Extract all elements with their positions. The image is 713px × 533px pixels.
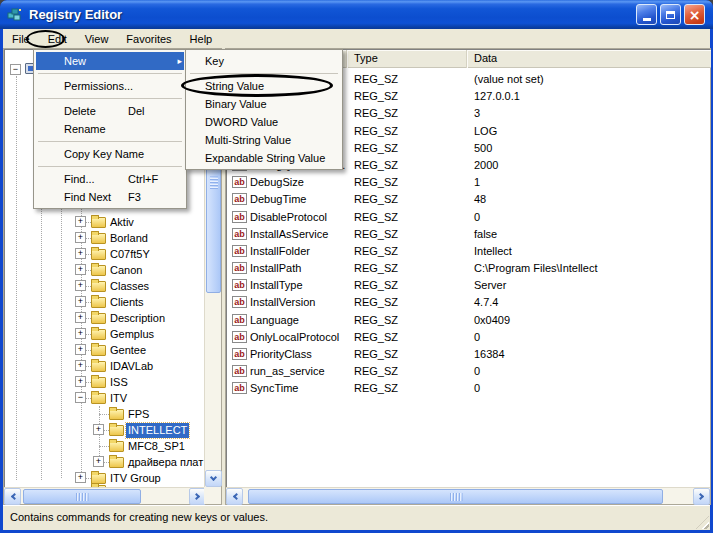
- tree-expand-plus-box[interactable]: +: [75, 248, 86, 259]
- list-horizontal-scrollbar[interactable]: [226, 487, 710, 504]
- value-data: LOG: [474, 125, 497, 137]
- tree-item-c07ft5y[interactable]: +C07ft5Y: [5, 246, 205, 262]
- menu-item-dword-value[interactable]: DWORD Value: [188, 113, 340, 131]
- minimize-button[interactable]: [636, 4, 657, 25]
- menu-item-expandable-string-value[interactable]: Expandable String Value: [188, 149, 340, 167]
- tree-key-label[interactable]: MFC8_SP1: [126, 439, 187, 454]
- tree-item-gemplus[interactable]: +Gemplus: [5, 326, 205, 342]
- tree-expand-plus-box[interactable]: +: [75, 376, 86, 387]
- tree-key-label[interactable]: ISS: [108, 375, 130, 390]
- value-row-installfolder[interactable]: abInstallFolderREG_SZIntellect: [227, 243, 711, 260]
- menu-item-find-next[interactable]: Find NextF3: [36, 188, 184, 206]
- tree-item-fps[interactable]: FPS: [5, 406, 205, 422]
- menu-item-label: Key: [205, 55, 332, 67]
- menu-item-key[interactable]: Key: [188, 52, 340, 70]
- value-row-priorityclass[interactable]: abPriorityClassREG_SZ16384: [227, 346, 711, 363]
- value-data: 0x0409: [474, 314, 510, 326]
- value-row-onlylocalprotocol[interactable]: abOnlyLocalProtocolREG_SZ0: [227, 329, 711, 346]
- tree-horizontal-scrollbar[interactable]: [4, 487, 206, 504]
- tree-item-classes[interactable]: +Classes: [5, 278, 205, 294]
- menu-item-label: Binary Value: [205, 98, 332, 110]
- menu-item-new[interactable]: New▸: [36, 52, 184, 70]
- status-text: Contains commands for creating new keys …: [10, 511, 268, 523]
- tree-expand-minus-box[interactable]: −: [75, 392, 86, 403]
- menu-help[interactable]: Help: [181, 31, 222, 47]
- tree-item-aktiv[interactable]: +Aktiv: [5, 214, 205, 230]
- value-row-language[interactable]: abLanguageREG_SZ0x0409: [227, 312, 711, 329]
- folder-icon: [91, 233, 106, 244]
- tree-expand-plus-box[interactable]: +: [75, 344, 86, 355]
- maximize-button[interactable]: [660, 4, 681, 25]
- value-row-installtype[interactable]: abInstallTypeREG_SZServer: [227, 277, 711, 294]
- tree-expand-plus-box[interactable]: +: [93, 424, 104, 435]
- list-hscroll-thumb[interactable]: [248, 489, 663, 504]
- menu-item-delete[interactable]: DeleteDel: [36, 102, 184, 120]
- tree-key-label[interactable]: Gentee: [108, 343, 148, 358]
- tree-expand-plus-box[interactable]: +: [75, 232, 86, 243]
- tree-key-label[interactable]: C07ft5Y: [108, 247, 152, 262]
- column-header-data[interactable]: Data: [467, 50, 711, 68]
- tree-item-iss[interactable]: +ISS: [5, 374, 205, 390]
- tree-expand-plus-box[interactable]: +: [75, 280, 86, 291]
- value-row-run-as-service[interactable]: abrun_as_serviceREG_SZ0: [227, 363, 711, 380]
- tree-expand-plus-box[interactable]: +: [75, 264, 86, 275]
- folder-icon: [91, 345, 106, 356]
- menu-view[interactable]: View: [76, 31, 118, 47]
- folder-icon: [109, 457, 124, 468]
- value-row-installversion[interactable]: abInstallVersionREG_SZ4.7.4: [227, 294, 711, 311]
- value-name: InstallFolder: [250, 245, 345, 257]
- menu-item-copy-key-name[interactable]: Copy Key Name: [36, 145, 184, 163]
- tree-expand-plus-box[interactable]: +: [93, 456, 104, 467]
- tree-key-label[interactable]: ITV: [108, 391, 129, 406]
- tree-key-label[interactable]: Gemplus: [108, 327, 156, 342]
- tree-item-itv[interactable]: −ITV: [5, 390, 205, 406]
- tree-key-label[interactable]: Classes: [108, 279, 151, 294]
- value-row-synctime[interactable]: abSyncTimeREG_SZ0: [227, 380, 711, 397]
- tree-expand-plus-box[interactable]: +: [75, 216, 86, 227]
- value-type: REG_SZ: [354, 331, 398, 343]
- scroll-left-button[interactable]: [4, 488, 21, 505]
- menu-item-multi-string-value[interactable]: Multi-String Value: [188, 131, 340, 149]
- tree-expand-plus-box[interactable]: +: [75, 296, 86, 307]
- value-row-disableprotocol[interactable]: abDisableProtocolREG_SZ0: [227, 209, 711, 226]
- scroll-left-button[interactable]: [226, 488, 243, 505]
- tree-item-gentee[interactable]: +Gentee: [5, 342, 205, 358]
- tree-key-label[interactable]: драйвера плат: [126, 455, 205, 470]
- value-row-installasservice[interactable]: abInstallAsServiceREG_SZfalse: [227, 226, 711, 243]
- menu-item-permissions[interactable]: Permissions...: [36, 77, 184, 95]
- tree-item-intellect[interactable]: +INTELLECT: [5, 422, 205, 438]
- tree-key-label[interactable]: Clients: [108, 295, 146, 310]
- tree-expand-plus-box[interactable]: +: [75, 328, 86, 339]
- tree-key-label[interactable]: Description: [108, 311, 167, 326]
- menu-favorites[interactable]: Favorites: [117, 31, 180, 47]
- scroll-right-button[interactable]: [693, 488, 710, 505]
- tree-item-borland[interactable]: +Borland: [5, 230, 205, 246]
- scroll-down-button[interactable]: [205, 470, 222, 487]
- tree-item-canon[interactable]: +Canon: [5, 262, 205, 278]
- tree-key-label[interactable]: Aktiv: [108, 215, 136, 230]
- column-header-type[interactable]: Type: [347, 50, 467, 68]
- tree-item-description[interactable]: +Description: [5, 310, 205, 326]
- value-type: REG_SZ: [354, 159, 398, 171]
- tree-item-idavlab[interactable]: +IDAVLab: [5, 358, 205, 374]
- tree-key-label[interactable]: Canon: [108, 263, 144, 278]
- value-row-debugtime[interactable]: abDebugTimeREG_SZ48: [227, 191, 711, 208]
- tree-root-expand-minus[interactable]: −: [10, 64, 21, 75]
- tree-selected-key-label[interactable]: INTELLECT: [126, 423, 189, 438]
- tree-key-label[interactable]: Borland: [108, 231, 150, 246]
- tree-item-mfc8-sp1[interactable]: MFC8_SP1: [5, 438, 205, 454]
- tree-item-драйвера-плат[interactable]: +драйвера плат: [5, 454, 205, 470]
- resize-grip[interactable]: [696, 516, 709, 529]
- value-row-debugsize[interactable]: abDebugSizeREG_SZ1: [227, 174, 711, 191]
- close-button[interactable]: ×: [684, 4, 705, 25]
- menu-item-binary-value[interactable]: Binary Value: [188, 95, 340, 113]
- tree-expand-plus-box[interactable]: +: [75, 312, 86, 323]
- menu-item-find[interactable]: Find...Ctrl+F: [36, 170, 184, 188]
- tree-expand-plus-box[interactable]: +: [75, 360, 86, 371]
- tree-item-clients[interactable]: +Clients: [5, 294, 205, 310]
- tree-key-label[interactable]: FPS: [126, 407, 151, 422]
- tree-key-label[interactable]: IDAVLab: [108, 359, 155, 374]
- tree-hscroll-thumb[interactable]: [23, 489, 141, 504]
- menu-item-rename[interactable]: Rename: [36, 120, 184, 138]
- value-row-installpath[interactable]: abInstallPathREG_SZC:\Program Files\Inte…: [227, 260, 711, 277]
